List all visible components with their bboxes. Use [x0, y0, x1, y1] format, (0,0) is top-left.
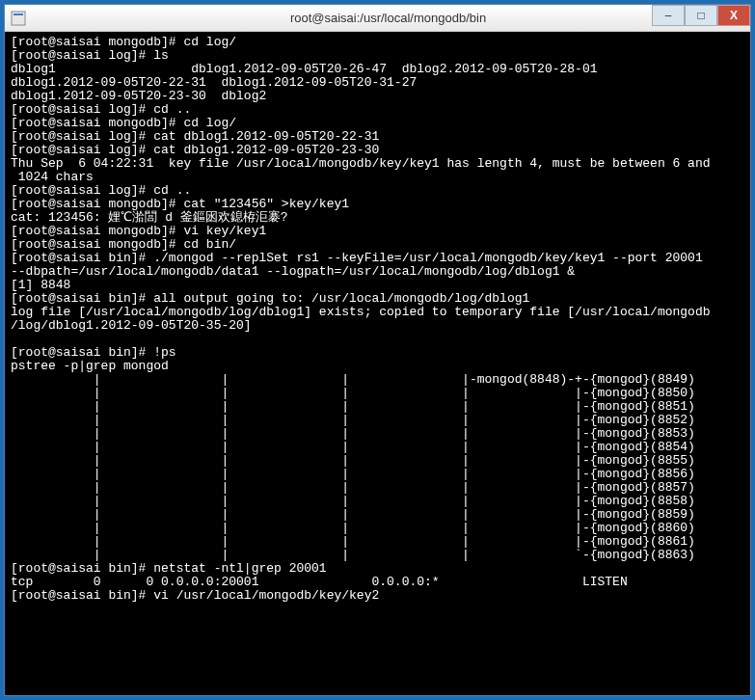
svg-rect-1 [13, 13, 23, 15]
window-title: root@saisai:/usr/local/mongodb/bin [26, 11, 750, 25]
minimize-button[interactable]: – [652, 5, 685, 26]
terminal-line: /log/dblog1.2012-09-05T20-35-20] [11, 319, 744, 333]
terminal-line [11, 333, 744, 346]
terminal-line: dblog1 dblog1.2012-09-05T20-26-47 dblog2… [11, 63, 744, 76]
window-controls: – □ X [652, 5, 750, 26]
terminal-line: [1] 8848 [11, 279, 744, 292]
close-button[interactable]: X [717, 5, 750, 26]
terminal-line: | | | | |-{mongod}(8854) [11, 441, 744, 454]
terminal-line: [root@saisai bin]# ./mongod --replSet rs… [11, 252, 744, 265]
terminal-window: root@saisai:/usr/local/mongodb/bin – □ X… [4, 4, 751, 696]
titlebar[interactable]: root@saisai:/usr/local/mongodb/bin – □ X [5, 5, 750, 32]
terminal-line: [root@saisai mongodb]# cd bin/ [11, 238, 744, 252]
terminal-line: | | | | |-{mongod}(8858) [11, 495, 744, 508]
terminal-line: [root@saisai bin]# netstat -ntl|grep 200… [11, 562, 744, 576]
terminal-line: | | | | |-{mongod}(8859) [11, 508, 744, 522]
terminal-body[interactable]: [root@saisai mongodb]# cd log/[root@sais… [5, 32, 750, 695]
terminal-line: | | | | |-{mongod}(8851) [11, 400, 744, 414]
terminal-line: [root@saisai mongodb]# cat "123456" >key… [11, 198, 744, 211]
terminal-line: tcp 0 0 0.0.0.0:20001 0.0.0.0:* LISTEN [11, 576, 744, 589]
terminal-line: [root@saisai log]# cd .. [11, 103, 744, 117]
terminal-line: | | | | |-{mongod}(8860) [11, 522, 744, 535]
terminal-line: --dbpath=/usr/local/mongodb/data1 --logp… [11, 265, 744, 279]
terminal-line: | | | | `-{mongod}(8863) [11, 549, 744, 562]
terminal-line: | | | | |-{mongod}(8857) [11, 481, 744, 495]
terminal-line: [root@saisai bin]# all output going to: … [11, 292, 744, 306]
terminal-line: [root@saisai bin]# !ps [11, 346, 744, 360]
terminal-line: [root@saisai log]# cat dblog1.2012-09-05… [11, 144, 744, 157]
app-icon [11, 11, 26, 26]
terminal-line: cat: 123456: 娌℃湁閭 d 釜鏂囦欢鎴栫洰褰? [11, 211, 744, 225]
terminal-line: 1024 chars [11, 171, 744, 184]
terminal-line: [root@saisai log]# ls [11, 49, 744, 63]
terminal-line: dblog1.2012-09-05T20-23-30 dblog2 [11, 90, 744, 103]
terminal-line: [root@saisai mongodb]# vi key/key1 [11, 225, 744, 238]
terminal-line: Thu Sep 6 04:22:31 key file /usr/local/m… [11, 157, 744, 171]
terminal-line: | | | | |-{mongod}(8850) [11, 387, 744, 400]
terminal-line: | | | | |-{mongod}(8855) [11, 454, 744, 468]
terminal-line: [root@saisai log]# cat dblog1.2012-09-05… [11, 130, 744, 144]
terminal-line: [root@saisai log]# cd .. [11, 184, 744, 198]
terminal-line: | | | |-mongod(8848)-+-{mongod}(8849) [11, 373, 744, 387]
terminal-line: | | | | |-{mongod}(8861) [11, 535, 744, 549]
terminal-line: [root@saisai mongodb]# cd log/ [11, 117, 744, 130]
terminal-line: [root@saisai mongodb]# cd log/ [11, 36, 744, 49]
terminal-line: | | | | |-{mongod}(8853) [11, 427, 744, 441]
terminal-line: | | | | |-{mongod}(8852) [11, 414, 744, 427]
terminal-line: pstree -p|grep mongod [11, 360, 744, 373]
terminal-line: dblog1.2012-09-05T20-22-31 dblog1.2012-0… [11, 76, 744, 90]
maximize-button[interactable]: □ [685, 5, 717, 26]
terminal-line: [root@saisai bin]# vi /usr/local/mongodb… [11, 589, 744, 603]
terminal-line: | | | | |-{mongod}(8856) [11, 468, 744, 481]
terminal-line: log file [/usr/local/mongodb/log/dblog1]… [11, 306, 744, 319]
